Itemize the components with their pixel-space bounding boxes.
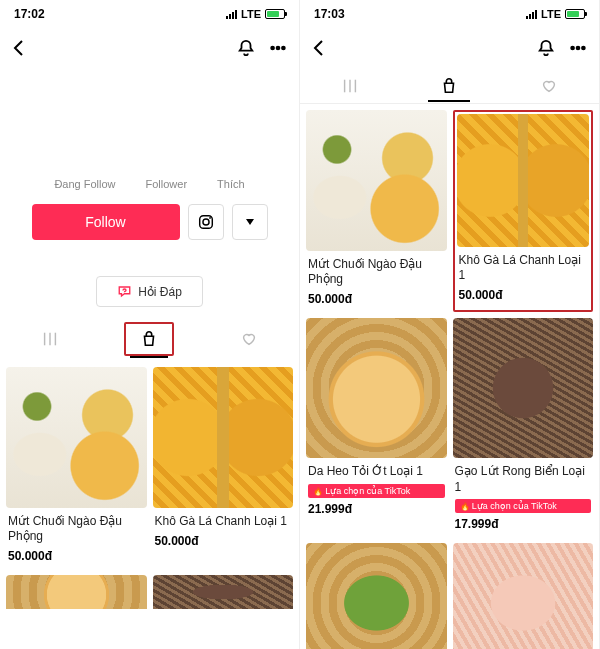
- more-button[interactable]: [569, 39, 587, 57]
- product-card-highlighted[interactable]: Khô Gà Lá Chanh Loại 1 50.000đ: [453, 110, 594, 312]
- product-price: 17.999đ: [455, 517, 592, 531]
- product-image: [453, 318, 594, 459]
- svg-point-4: [202, 219, 208, 225]
- product-image[interactable]: [453, 543, 594, 649]
- qa-label: Hỏi Đáp: [138, 285, 182, 299]
- product-image: [153, 367, 294, 508]
- more-button[interactable]: [269, 39, 287, 57]
- svg-point-2: [282, 47, 285, 50]
- product-title: Khô Gà Lá Chanh Loại 1: [155, 514, 292, 530]
- product-card[interactable]: Mứt Chuối Ngào Đậu Phộng 50.000đ: [306, 110, 447, 312]
- svg-point-12: [577, 47, 580, 50]
- feed-tabs: [0, 317, 299, 361]
- phone-right: 17:03 LTE: [300, 0, 600, 649]
- notifications-button[interactable]: [237, 39, 255, 57]
- product-title: Mứt Chuối Ngào Đậu Phộng: [308, 257, 445, 288]
- product-title: Khô Gà Lá Chanh Loại 1: [459, 253, 588, 284]
- stat-following[interactable]: Đang Follow: [54, 178, 115, 190]
- signal-icon: [526, 9, 537, 19]
- tab-liked[interactable]: [224, 324, 274, 354]
- battery-icon: [565, 9, 585, 19]
- svg-point-1: [277, 47, 280, 50]
- qa-row: Hỏi Đáp: [0, 258, 299, 317]
- battery-icon: [265, 9, 285, 19]
- status-right: LTE: [226, 8, 285, 20]
- product-image[interactable]: [306, 543, 447, 649]
- stat-likes[interactable]: Thích: [217, 178, 245, 190]
- status-right: LTE: [526, 8, 585, 20]
- status-bar: 17:03 LTE: [300, 0, 599, 28]
- svg-point-7: [124, 293, 125, 294]
- product-price: 50.000đ: [155, 534, 292, 548]
- profile-stats: Đang Follow Follower Thích: [0, 68, 299, 190]
- svg-point-13: [582, 47, 585, 50]
- back-button[interactable]: [312, 39, 326, 57]
- product-price: 21.999đ: [308, 502, 445, 516]
- qa-icon: [117, 284, 132, 299]
- tab-posts[interactable]: [25, 324, 75, 354]
- phone-left: 17:02 LTE Đang Follow Follower Thích Fol…: [0, 0, 300, 649]
- network-label: LTE: [241, 8, 261, 20]
- top-nav: [0, 28, 299, 68]
- product-grid: Mứt Chuối Ngào Đậu Phộng 50.000đ Khô Gà …: [0, 361, 299, 575]
- product-image: [457, 114, 590, 247]
- product-title: Mứt Chuối Ngào Đậu Phộng: [8, 514, 145, 545]
- network-label: LTE: [541, 8, 561, 20]
- svg-marker-6: [246, 219, 254, 225]
- tab-liked[interactable]: [522, 71, 576, 101]
- product-image[interactable]: [6, 575, 147, 609]
- product-row-partial: [300, 543, 599, 649]
- product-price: 50.000đ: [8, 549, 145, 563]
- product-title: Gạo Lứt Rong Biển Loại 1: [455, 464, 592, 495]
- back-button[interactable]: [12, 39, 26, 57]
- product-image: [6, 367, 147, 508]
- more-actions-button[interactable]: [232, 204, 268, 240]
- product-image[interactable]: [153, 575, 294, 609]
- feed-tabs: [300, 68, 599, 104]
- notifications-button[interactable]: [537, 39, 555, 57]
- instagram-button[interactable]: [188, 204, 224, 240]
- stat-followers[interactable]: Follower: [146, 178, 188, 190]
- tab-posts[interactable]: [323, 71, 377, 101]
- product-card[interactable]: Mứt Chuối Ngào Đậu Phộng 50.000đ: [6, 367, 147, 569]
- tab-shop[interactable]: [422, 71, 476, 101]
- product-grid: Mứt Chuối Ngào Đậu Phộng 50.000đ Khô Gà …: [300, 104, 599, 543]
- product-row-partial: [0, 575, 299, 609]
- action-row: Follow: [0, 190, 299, 258]
- status-time: 17:03: [314, 7, 345, 21]
- tiktok-choice-badge: Lựa chọn của TikTok: [308, 484, 445, 498]
- product-card[interactable]: Khô Gà Lá Chanh Loại 1 50.000đ: [153, 367, 294, 569]
- product-title: Da Heo Tỏi Ớt Loại 1: [308, 464, 445, 480]
- follow-button[interactable]: Follow: [32, 204, 180, 240]
- tiktok-choice-badge: Lựa chọn của TikTok: [455, 499, 592, 513]
- status-time: 17:02: [14, 7, 45, 21]
- signal-icon: [226, 9, 237, 19]
- product-card[interactable]: Da Heo Tỏi Ớt Loại 1 Lựa chọn của TikTok…: [306, 318, 447, 538]
- svg-point-11: [571, 47, 574, 50]
- qa-button[interactable]: Hỏi Đáp: [96, 276, 203, 307]
- svg-point-0: [271, 47, 274, 50]
- product-price: 50.000đ: [308, 292, 445, 306]
- tab-shop[interactable]: [124, 322, 174, 356]
- product-image: [306, 318, 447, 459]
- svg-point-5: [209, 217, 211, 219]
- product-card[interactable]: Gạo Lứt Rong Biển Loại 1 Lựa chọn của Ti…: [453, 318, 594, 538]
- product-image: [306, 110, 447, 251]
- status-bar: 17:02 LTE: [0, 0, 299, 28]
- top-nav: [300, 28, 599, 68]
- product-price: 50.000đ: [459, 288, 588, 302]
